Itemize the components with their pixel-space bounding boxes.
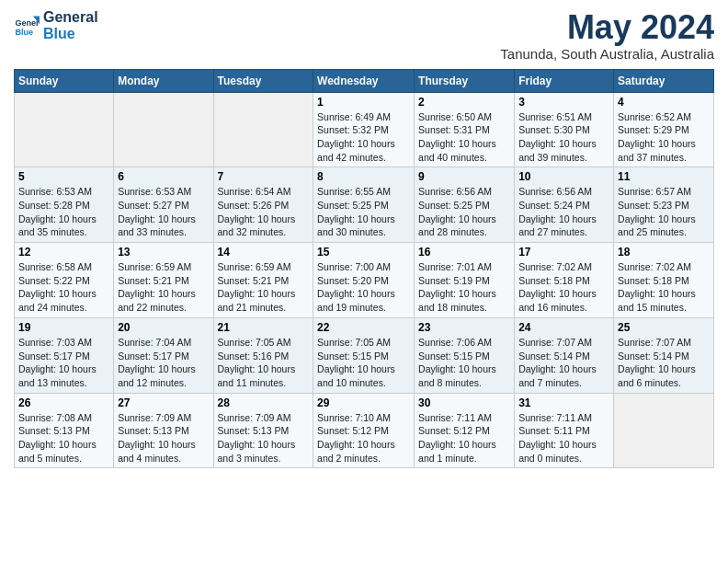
page-header: General Blue General Blue May 2024 Tanun…: [14, 9, 714, 62]
calendar-cell: 12Sunrise: 6:58 AMSunset: 5:22 PMDayligh…: [15, 243, 114, 318]
day-number: 5: [18, 170, 109, 183]
day-info: Sunrise: 7:03 AMSunset: 5:17 PMDaylight:…: [18, 336, 109, 390]
day-number: 25: [618, 321, 710, 334]
header-monday: Monday: [114, 69, 213, 92]
day-number: 18: [618, 246, 710, 259]
day-number: 22: [317, 321, 410, 334]
svg-text:General: General: [15, 18, 40, 28]
day-info: Sunrise: 7:05 AMSunset: 5:15 PMDaylight:…: [317, 336, 410, 390]
day-info: Sunrise: 7:07 AMSunset: 5:14 PMDaylight:…: [618, 336, 710, 390]
calendar-cell: 14Sunrise: 6:59 AMSunset: 5:21 PMDayligh…: [213, 243, 313, 318]
day-info: Sunrise: 7:02 AMSunset: 5:18 PMDaylight:…: [518, 260, 609, 315]
day-number: 11: [618, 170, 710, 183]
day-info: Sunrise: 6:56 AMSunset: 5:24 PMDaylight:…: [518, 185, 609, 239]
day-number: 9: [418, 170, 510, 183]
day-info: Sunrise: 6:55 AMSunset: 5:25 PMDaylight:…: [317, 185, 410, 239]
day-info: Sunrise: 6:53 AMSunset: 5:27 PMDaylight:…: [118, 185, 209, 239]
day-info: Sunrise: 6:51 AMSunset: 5:30 PMDaylight:…: [518, 110, 609, 165]
calendar-cell: 2Sunrise: 6:50 AMSunset: 5:31 PMDaylight…: [415, 92, 515, 167]
day-info: Sunrise: 6:57 AMSunset: 5:23 PMDaylight:…: [618, 185, 710, 239]
calendar-header-row: SundayMondayTuesdayWednesdayThursdayFrid…: [15, 69, 714, 92]
calendar-cell: 24Sunrise: 7:07 AMSunset: 5:14 PMDayligh…: [515, 317, 614, 393]
day-number: 12: [18, 246, 109, 259]
calendar-cell: [15, 92, 114, 167]
logo: General Blue General Blue: [14, 9, 98, 42]
day-info: Sunrise: 7:00 AMSunset: 5:20 PMDaylight:…: [317, 260, 410, 315]
calendar-cell: 25Sunrise: 7:07 AMSunset: 5:14 PMDayligh…: [614, 317, 714, 393]
calendar-cell: 19Sunrise: 7:03 AMSunset: 5:17 PMDayligh…: [15, 317, 114, 393]
day-number: 17: [518, 246, 609, 259]
calendar-cell: 11Sunrise: 6:57 AMSunset: 5:23 PMDayligh…: [614, 167, 714, 243]
calendar-cell: 6Sunrise: 6:53 AMSunset: 5:27 PMDaylight…: [114, 167, 213, 243]
svg-text:Blue: Blue: [15, 28, 33, 37]
calendar-cell: [213, 92, 313, 167]
calendar-cell: 22Sunrise: 7:05 AMSunset: 5:15 PMDayligh…: [313, 317, 415, 393]
header-sunday: Sunday: [15, 69, 114, 92]
day-info: Sunrise: 7:05 AMSunset: 5:16 PMDaylight:…: [218, 336, 310, 390]
calendar-cell: 1Sunrise: 6:49 AMSunset: 5:32 PMDaylight…: [313, 92, 415, 167]
day-info: Sunrise: 7:04 AMSunset: 5:17 PMDaylight:…: [118, 336, 209, 390]
day-number: 4: [618, 96, 710, 109]
calendar-cell: 18Sunrise: 7:02 AMSunset: 5:18 PMDayligh…: [614, 243, 714, 318]
day-info: Sunrise: 6:53 AMSunset: 5:28 PMDaylight:…: [18, 185, 109, 239]
day-number: 16: [418, 246, 510, 259]
title-block: May 2024 Tanunda, South Australia, Austr…: [500, 9, 714, 62]
day-info: Sunrise: 6:59 AMSunset: 5:21 PMDaylight:…: [118, 260, 209, 315]
calendar-cell: 21Sunrise: 7:05 AMSunset: 5:16 PMDayligh…: [213, 317, 313, 393]
calendar-cell: 30Sunrise: 7:11 AMSunset: 5:12 PMDayligh…: [415, 393, 515, 468]
day-number: 19: [18, 321, 109, 334]
day-info: Sunrise: 7:11 AMSunset: 5:12 PMDaylight:…: [418, 411, 510, 465]
day-number: 1: [317, 96, 410, 109]
day-number: 27: [118, 396, 209, 409]
header-saturday: Saturday: [614, 69, 714, 92]
day-info: Sunrise: 7:06 AMSunset: 5:15 PMDaylight:…: [418, 336, 510, 390]
logo-line1: General: [43, 9, 98, 26]
week-row-5: 26Sunrise: 7:08 AMSunset: 5:13 PMDayligh…: [15, 393, 714, 468]
calendar-cell: 17Sunrise: 7:02 AMSunset: 5:18 PMDayligh…: [515, 243, 614, 318]
day-number: 30: [418, 396, 510, 409]
day-info: Sunrise: 7:10 AMSunset: 5:12 PMDaylight:…: [317, 411, 410, 465]
day-info: Sunrise: 7:07 AMSunset: 5:14 PMDaylight:…: [518, 336, 609, 390]
header-friday: Friday: [515, 69, 614, 92]
day-info: Sunrise: 6:59 AMSunset: 5:21 PMDaylight:…: [218, 260, 310, 315]
calendar-cell: 7Sunrise: 6:54 AMSunset: 5:26 PMDaylight…: [213, 167, 313, 243]
header-tuesday: Tuesday: [213, 69, 313, 92]
day-info: Sunrise: 7:01 AMSunset: 5:19 PMDaylight:…: [418, 260, 510, 315]
calendar-cell: 20Sunrise: 7:04 AMSunset: 5:17 PMDayligh…: [114, 317, 213, 393]
week-row-4: 19Sunrise: 7:03 AMSunset: 5:17 PMDayligh…: [15, 317, 714, 393]
day-info: Sunrise: 7:09 AMSunset: 5:13 PMDaylight:…: [218, 411, 310, 465]
day-number: 31: [518, 396, 609, 409]
day-number: 14: [218, 246, 310, 259]
day-info: Sunrise: 6:52 AMSunset: 5:29 PMDaylight:…: [618, 110, 710, 165]
day-info: Sunrise: 6:54 AMSunset: 5:26 PMDaylight:…: [218, 185, 310, 239]
calendar-cell: 5Sunrise: 6:53 AMSunset: 5:28 PMDaylight…: [15, 167, 114, 243]
day-number: 3: [518, 96, 609, 109]
calendar-cell: 26Sunrise: 7:08 AMSunset: 5:13 PMDayligh…: [15, 393, 114, 468]
day-info: Sunrise: 6:50 AMSunset: 5:31 PMDaylight:…: [418, 110, 510, 165]
calendar-cell: 29Sunrise: 7:10 AMSunset: 5:12 PMDayligh…: [313, 393, 415, 468]
day-number: 29: [317, 396, 410, 409]
day-info: Sunrise: 7:11 AMSunset: 5:11 PMDaylight:…: [518, 411, 609, 465]
header-wednesday: Wednesday: [313, 69, 415, 92]
day-number: 2: [418, 96, 510, 109]
header-thursday: Thursday: [415, 69, 515, 92]
calendar-cell: 4Sunrise: 6:52 AMSunset: 5:29 PMDaylight…: [614, 92, 714, 167]
calendar-cell: 8Sunrise: 6:55 AMSunset: 5:25 PMDaylight…: [313, 167, 415, 243]
calendar-cell: 15Sunrise: 7:00 AMSunset: 5:20 PMDayligh…: [313, 243, 415, 318]
day-info: Sunrise: 6:58 AMSunset: 5:22 PMDaylight:…: [18, 260, 109, 315]
week-row-3: 12Sunrise: 6:58 AMSunset: 5:22 PMDayligh…: [15, 243, 714, 318]
day-number: 24: [518, 321, 609, 334]
day-number: 7: [218, 170, 310, 183]
day-info: Sunrise: 7:09 AMSunset: 5:13 PMDaylight:…: [118, 411, 209, 465]
logo-icon: General Blue: [14, 13, 40, 39]
calendar-cell: 23Sunrise: 7:06 AMSunset: 5:15 PMDayligh…: [415, 317, 515, 393]
day-info: Sunrise: 7:02 AMSunset: 5:18 PMDaylight:…: [618, 260, 710, 315]
day-number: 28: [218, 396, 310, 409]
logo-line2: Blue: [43, 26, 98, 42]
week-row-1: 1Sunrise: 6:49 AMSunset: 5:32 PMDaylight…: [15, 92, 714, 167]
calendar-table: SundayMondayTuesdayWednesdayThursdayFrid…: [14, 69, 714, 469]
calendar-cell: 9Sunrise: 6:56 AMSunset: 5:25 PMDaylight…: [415, 167, 515, 243]
calendar-cell: 3Sunrise: 6:51 AMSunset: 5:30 PMDaylight…: [515, 92, 614, 167]
day-number: 10: [518, 170, 609, 183]
day-number: 6: [118, 170, 209, 183]
